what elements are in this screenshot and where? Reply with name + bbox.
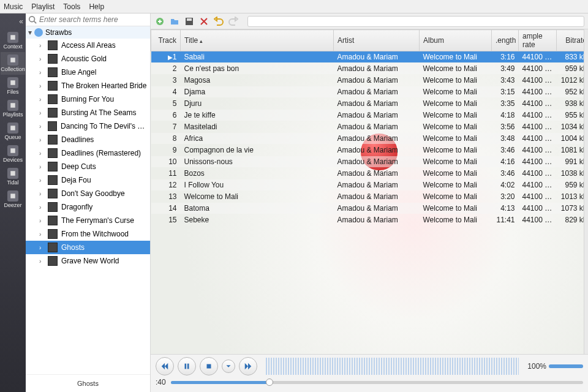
track-row[interactable]: 6Je te kiffeAmadou & MariamWelcome to Ma…: [151, 110, 584, 121]
open-button[interactable]: [169, 16, 180, 27]
cell-samplerate: 44100 h…: [519, 75, 557, 86]
album-item[interactable]: ›Deadlines (Remastered): [26, 146, 150, 160]
album-item[interactable]: ›Bursting At The Seams: [26, 106, 150, 119]
rail-files[interactable]: Files: [1, 75, 25, 97]
album-item[interactable]: ›Grave New World: [26, 254, 150, 268]
album-item[interactable]: ›Don't Say Goodbye: [26, 187, 150, 200]
col-samplerate[interactable]: ample rate: [519, 30, 557, 51]
album-thumb: [48, 243, 58, 252]
cell-length: 11:41: [492, 214, 519, 226]
album-item[interactable]: ›Dancing To The Devil's Beat: [26, 119, 150, 133]
cell-bitrate: 955 kb: [557, 110, 584, 121]
cell-track: 12: [151, 179, 181, 191]
track-table[interactable]: Track Title Artist Album .ength ample ra…: [151, 29, 584, 226]
rail-tidal[interactable]: Tidal: [1, 165, 25, 188]
playlists-icon: [7, 100, 18, 111]
cell-samplerate: 44100 h…: [519, 156, 557, 168]
track-row[interactable]: 8AfricaAmadou & MariamWelcome to Mali3:4…: [151, 133, 584, 145]
collection-tree[interactable]: ▾ Strawbs ›Access All Areas›Acoustic Gol…: [26, 26, 150, 374]
menu-music[interactable]: Music: [4, 2, 23, 11]
album-item[interactable]: ›Dragonfly: [26, 200, 150, 214]
col-bitrate[interactable]: Bitrate: [557, 30, 584, 51]
album-label: Deja Fou: [61, 176, 91, 184]
album-label: Access All Areas: [61, 41, 116, 50]
stop-menu-button[interactable]: [222, 360, 235, 373]
cell-samplerate: 44100 h…: [519, 145, 557, 156]
stop-button[interactable]: [200, 357, 218, 375]
track-row[interactable]: 4DjamaAmadou & MariamWelcome to Mali3:15…: [151, 86, 584, 98]
save-button[interactable]: [184, 16, 195, 27]
col-album[interactable]: Album: [420, 30, 492, 51]
new-playlist-button[interactable]: [154, 16, 165, 27]
cell-samplerate: 44100 h…: [519, 51, 557, 63]
track-row[interactable]: 12I Follow YouAmadou & MariamWelcome to …: [151, 179, 584, 191]
volume-slider[interactable]: [549, 364, 583, 368]
track-row[interactable]: 1SabaliAmadou & MariamWelcome to Mali3:1…: [151, 51, 584, 63]
album-item[interactable]: ›Ghosts: [26, 241, 150, 254]
album-item[interactable]: ›Access All Areas: [26, 39, 150, 52]
collection-icon: [7, 55, 18, 66]
cell-samplerate: 44100 h…: [519, 133, 557, 145]
album-item[interactable]: ›Deja Fou: [26, 173, 150, 187]
track-row[interactable]: 13Welcome to MaliAmadou & MariamWelcome …: [151, 191, 584, 203]
collection-search-input[interactable]: [39, 15, 148, 24]
clear-button[interactable]: [198, 16, 209, 27]
next-button[interactable]: [239, 357, 257, 375]
menu-help[interactable]: Help: [89, 2, 104, 11]
col-track[interactable]: Track: [151, 30, 181, 51]
rail-deezer[interactable]: Deezer: [1, 188, 25, 211]
tree-root[interactable]: ▾ Strawbs: [26, 26, 150, 39]
rail-context[interactable]: Context: [1, 29, 25, 52]
track-row[interactable]: 2Ce n'est pas bonAmadou & MariamWelcome …: [151, 63, 584, 75]
rail-playlists[interactable]: Playlists: [1, 97, 25, 120]
track-row[interactable]: 15SebekeAmadou & MariamWelcome to Mali11…: [151, 214, 584, 226]
album-item[interactable]: ›Deep Cuts: [26, 160, 150, 173]
cell-artist: Amadou & Mariam: [334, 145, 420, 156]
rail-collection[interactable]: Collection: [1, 52, 25, 75]
album-item[interactable]: ›The Broken Hearted Bride: [26, 79, 150, 92]
seek-slider[interactable]: [171, 381, 583, 384]
album-item[interactable]: ›Acoustic Gold: [26, 52, 150, 66]
menu-tools[interactable]: Tools: [63, 2, 80, 11]
track-row[interactable]: 10Unissons-nousAmadou & MariamWelcome to…: [151, 156, 584, 168]
album-label: Bursting At The Seams: [61, 108, 137, 117]
album-item[interactable]: ›Deadlines: [26, 133, 150, 146]
album-item[interactable]: ›The Ferryman's Curse: [26, 214, 150, 227]
cell-album: Welcome to Mali: [420, 86, 492, 98]
rail-queue[interactable]: Queue: [1, 120, 25, 143]
undo-button[interactable]: [213, 16, 224, 27]
col-length[interactable]: .ength: [492, 30, 519, 51]
cell-bitrate: 952 kb: [557, 86, 584, 98]
track-row[interactable]: 7MasiteladiAmadou & MariamWelcome to Mal…: [151, 121, 584, 133]
album-item[interactable]: ›From the Witchwood: [26, 227, 150, 241]
cell-bitrate: 1038 kb: [557, 168, 584, 179]
track-row[interactable]: 9Compagnon de la vieAmadou & MariamWelco…: [151, 145, 584, 156]
album-item[interactable]: ›Blue Angel: [26, 66, 150, 79]
album-item[interactable]: ›Burning For You: [26, 92, 150, 106]
col-artist[interactable]: Artist: [334, 30, 420, 51]
collection-sidebar: ▾ Strawbs ›Access All Areas›Acoustic Gol…: [26, 13, 151, 392]
redo-button[interactable]: [228, 16, 239, 27]
track-row[interactable]: 11BozosAmadou & MariamWelcome to Mali3:4…: [151, 168, 584, 179]
pause-button[interactable]: [178, 357, 196, 375]
left-rail: « ContextCollectionFilesPlaylistsQueueDe…: [0, 13, 26, 392]
album-label: Blue Angel: [61, 68, 96, 77]
cell-title: Compagnon de la vie: [181, 145, 334, 156]
track-row[interactable]: 14BatomaAmadou & MariamWelcome to Mali4:…: [151, 203, 584, 214]
cell-album: Welcome to Mali: [420, 191, 492, 203]
volume-control[interactable]: 100%: [527, 362, 583, 371]
menu-playlist[interactable]: Playlist: [31, 2, 55, 11]
playlist-filter-input[interactable]: [247, 16, 584, 27]
rail-devices[interactable]: Devices: [1, 143, 25, 165]
rail-label: Collection: [1, 67, 25, 72]
cell-album: Welcome to Mali: [420, 203, 492, 214]
cell-samplerate: 44100 h…: [519, 168, 557, 179]
track-row[interactable]: 5DjuruAmadou & MariamWelcome to Mali3:35…: [151, 98, 584, 110]
vertical-scrollbar[interactable]: [584, 29, 588, 354]
album-thumb: [48, 54, 58, 64]
album-thumb: [48, 108, 58, 118]
rail-collapse-icon[interactable]: «: [19, 17, 23, 26]
track-row[interactable]: 3MagosaAmadou & MariamWelcome to Mali3:4…: [151, 75, 584, 86]
prev-button[interactable]: [156, 357, 174, 375]
col-title[interactable]: Title: [181, 30, 334, 51]
